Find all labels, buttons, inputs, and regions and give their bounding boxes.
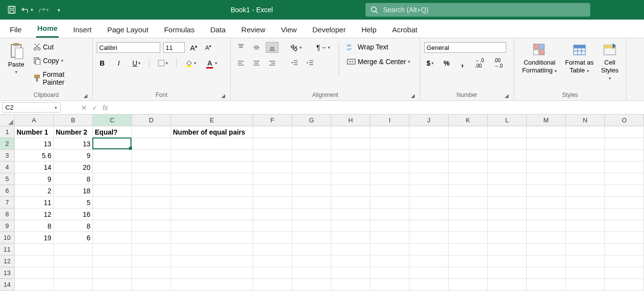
cell-A6[interactable]: 2 [15, 185, 54, 197]
col-header-J[interactable]: J [409, 115, 449, 126]
col-header-N[interactable]: N [566, 115, 605, 126]
cell-K10[interactable] [449, 232, 488, 244]
cell-I5[interactable] [370, 173, 409, 185]
cell-J6[interactable] [409, 185, 449, 197]
accounting-button[interactable]: $▾ [424, 58, 436, 69]
row-header-14[interactable]: 14 [0, 279, 15, 291]
cell-B3[interactable]: 9 [54, 150, 93, 162]
cell-G3[interactable] [292, 150, 331, 162]
cell-M9[interactable] [527, 220, 566, 232]
tab-page-layout[interactable]: Page Layout [106, 22, 149, 38]
cell-E11[interactable] [171, 244, 253, 255]
cell-C5[interactable] [93, 173, 132, 185]
cell-D13[interactable] [132, 267, 171, 279]
cell-N3[interactable] [566, 150, 605, 162]
cell-J9[interactable] [409, 220, 449, 232]
cell-J4[interactable] [409, 162, 449, 173]
col-header-G[interactable]: G [292, 115, 331, 126]
italic-button[interactable]: I [113, 58, 124, 69]
font-size-select[interactable] [163, 42, 185, 53]
cell-C11[interactable] [93, 244, 132, 255]
cell-O6[interactable] [605, 185, 644, 197]
merge-center-button[interactable]: Merge & Center ▾ [345, 57, 412, 67]
cell-H14[interactable] [331, 279, 370, 291]
cell-B14[interactable] [54, 279, 93, 291]
cell-N2[interactable] [566, 138, 605, 150]
cell-C7[interactable] [93, 197, 132, 208]
cell-C2[interactable] [93, 138, 132, 150]
cell-N11[interactable] [566, 244, 605, 255]
cell-E2[interactable] [171, 138, 253, 150]
cell-B9[interactable]: 8 [54, 220, 93, 232]
cell-E10[interactable] [171, 232, 253, 244]
cell-L3[interactable] [488, 150, 527, 162]
number-format-select[interactable] [424, 42, 506, 53]
cell-A13[interactable] [15, 267, 54, 279]
cell-C3[interactable] [93, 150, 132, 162]
cell-F13[interactable] [253, 267, 292, 279]
cell-K9[interactable] [449, 220, 488, 232]
row-header-4[interactable]: 4 [0, 162, 15, 173]
cell-D12[interactable] [132, 255, 171, 267]
col-header-F[interactable]: F [253, 115, 292, 126]
cell-E4[interactable] [171, 162, 253, 173]
tab-file[interactable]: File [9, 22, 22, 38]
align-middle-button[interactable] [250, 42, 263, 53]
font-name-select[interactable] [97, 42, 160, 53]
cell-O7[interactable] [605, 197, 644, 208]
tab-help[interactable]: Help [361, 22, 378, 38]
cell-C13[interactable] [93, 267, 132, 279]
fill-color-button[interactable]: ▾ [183, 58, 199, 69]
cell-D3[interactable] [132, 150, 171, 162]
align-top-button[interactable] [235, 42, 247, 53]
cell-O11[interactable] [605, 244, 644, 255]
cell-C9[interactable] [93, 220, 132, 232]
row-header-10[interactable]: 10 [0, 232, 15, 244]
cell-G12[interactable] [292, 255, 331, 267]
tab-developer[interactable]: Developer [311, 22, 346, 38]
row-header-12[interactable]: 12 [0, 255, 15, 267]
cell-B2[interactable]: 13 [54, 138, 93, 150]
cell-H4[interactable] [331, 162, 370, 173]
cell-A10[interactable]: 19 [15, 232, 54, 244]
cell-M4[interactable] [527, 162, 566, 173]
cell-L11[interactable] [488, 244, 527, 255]
cell-L7[interactable] [488, 197, 527, 208]
cell-G1[interactable] [292, 126, 331, 138]
clipboard-launcher[interactable]: ◢ [84, 93, 87, 98]
cell-F14[interactable] [253, 279, 292, 291]
cell-K5[interactable] [449, 173, 488, 185]
align-right-button[interactable] [266, 58, 279, 69]
cell-B4[interactable]: 20 [54, 162, 93, 173]
cell-E12[interactable] [171, 255, 253, 267]
row-header-7[interactable]: 7 [0, 197, 15, 208]
alignment-launcher[interactable]: ◢ [411, 93, 415, 98]
cell-J8[interactable] [409, 208, 449, 220]
row-header-8[interactable]: 8 [0, 208, 15, 220]
cell-O3[interactable] [605, 150, 644, 162]
cell-M10[interactable] [527, 232, 566, 244]
accept-formula-button[interactable]: ✓ [92, 104, 98, 112]
cell-I13[interactable] [370, 267, 409, 279]
redo-button[interactable]: ▾ [37, 4, 49, 16]
qat-customize[interactable]: ▾ [53, 4, 64, 16]
row-header-6[interactable]: 6 [0, 185, 15, 197]
tab-view[interactable]: View [280, 22, 298, 38]
tab-formulas[interactable]: Formulas [163, 22, 196, 38]
cell-H2[interactable] [331, 138, 370, 150]
cell-F2[interactable] [253, 138, 292, 150]
cell-N10[interactable] [566, 232, 605, 244]
cell-A11[interactable] [15, 244, 54, 255]
cell-A2[interactable]: 13 [15, 138, 54, 150]
tab-data[interactable]: Data [209, 22, 227, 38]
cell-H3[interactable] [331, 150, 370, 162]
cell-M13[interactable] [527, 267, 566, 279]
cell-O10[interactable] [605, 232, 644, 244]
underline-button[interactable]: U▾ [130, 58, 143, 69]
cell-D4[interactable] [132, 162, 171, 173]
cell-A7[interactable]: 11 [15, 197, 54, 208]
cell-E1[interactable]: Number of equal pairs [171, 126, 253, 138]
cell-J12[interactable] [409, 255, 449, 267]
row-header-2[interactable]: 2 [0, 138, 15, 150]
cell-L5[interactable] [488, 173, 527, 185]
